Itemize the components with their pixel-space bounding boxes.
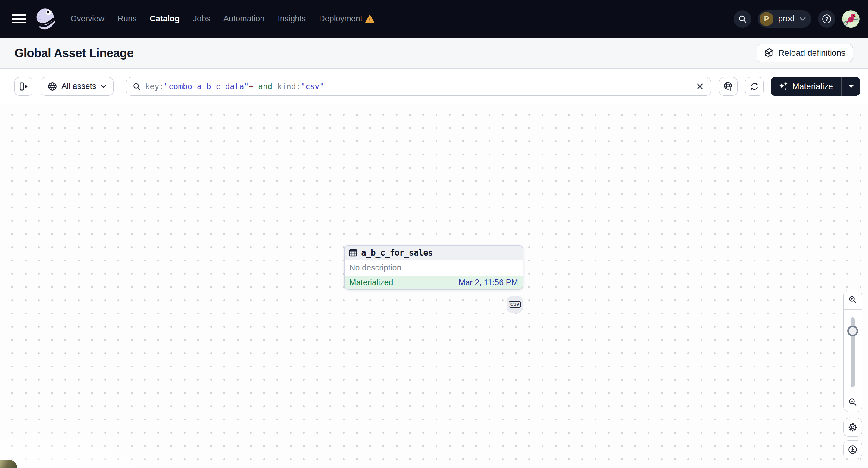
- status-badge: Materialized: [349, 278, 393, 287]
- download-icon: [847, 444, 858, 455]
- global-search-button[interactable]: [734, 10, 751, 28]
- graph-settings-button[interactable]: [843, 418, 862, 437]
- deployment-avatar: P: [760, 12, 773, 26]
- table-icon: [349, 249, 357, 257]
- chevron-down-icon: [799, 17, 806, 21]
- open-sidebar-button[interactable]: [14, 77, 33, 96]
- asset-node-header: a_b_c_for_sales: [345, 246, 523, 260]
- globe-icon: [48, 82, 57, 91]
- refresh-button[interactable]: [745, 77, 764, 96]
- asset-scope-filter-button[interactable]: All assets: [41, 77, 114, 96]
- lineage-toolbar: All assets key:"combo_a_b_c_data"+ and k…: [0, 69, 868, 104]
- globe-add-icon: [723, 81, 733, 92]
- nav-item-jobs[interactable]: Jobs: [193, 14, 210, 24]
- close-icon: [696, 83, 704, 90]
- asset-description: No description: [345, 260, 523, 276]
- top-navigation-bar: Overview Runs Catalog Jobs Automation In…: [0, 0, 868, 38]
- help-icon: ?: [821, 13, 832, 24]
- magnifier-icon: [132, 82, 141, 91]
- csv-kind-icon: CSV: [509, 301, 521, 308]
- primary-nav-links: Overview Runs Catalog Jobs Automation In…: [70, 14, 374, 24]
- zoom-in-icon: [848, 295, 857, 304]
- reload-definitions-button[interactable]: Reload definitions: [756, 44, 853, 62]
- zoom-in-button[interactable]: [844, 290, 862, 309]
- gear-icon: [847, 422, 858, 433]
- materialize-label: Materialize: [793, 82, 833, 91]
- nav-item-runs[interactable]: Runs: [118, 14, 137, 24]
- materialization-timestamp[interactable]: Mar 2, 11:56 PM: [458, 278, 518, 287]
- reload-definitions-icon: [764, 48, 774, 58]
- svg-text:?: ?: [825, 15, 829, 22]
- zoom-control-group: [843, 290, 862, 412]
- new-scope-button[interactable]: [719, 77, 738, 96]
- download-image-button[interactable]: [843, 440, 862, 459]
- clear-search-button[interactable]: [693, 80, 707, 93]
- help-button[interactable]: ?: [818, 10, 835, 28]
- asset-kind-chip[interactable]: CSV: [506, 297, 523, 313]
- nav-item-overview[interactable]: Overview: [70, 14, 104, 24]
- nav-item-automation[interactable]: Automation: [223, 14, 265, 24]
- nav-item-insights[interactable]: Insights: [278, 14, 306, 24]
- materialize-options-button[interactable]: [841, 77, 860, 96]
- lineage-canvas[interactable]: a_b_c_for_sales No description Materiali…: [0, 104, 868, 468]
- deployment-switcher[interactable]: P prod: [758, 10, 811, 28]
- reload-definitions-label: Reload definitions: [778, 48, 845, 58]
- dagster-logo[interactable]: [34, 7, 57, 31]
- materialize-split-button: Materialize: [771, 77, 860, 96]
- search-icon: [738, 14, 747, 24]
- zoom-out-icon: [848, 398, 857, 407]
- hamburger-menu-icon[interactable]: [12, 14, 26, 24]
- zoom-out-button[interactable]: [844, 393, 862, 412]
- caret-down-icon: [848, 85, 854, 88]
- search-query-text: key:"combo_a_b_c_data"+ and kind:"csv": [145, 82, 693, 91]
- asset-node-a-b-c-for-sales[interactable]: a_b_c_for_sales No description Materiali…: [344, 245, 523, 290]
- chevron-down-icon: [101, 84, 106, 88]
- panel-toggle-icon: [19, 82, 29, 91]
- nav-item-deployment[interactable]: Deployment: [319, 14, 374, 24]
- asset-status-row: Materialized Mar 2, 11:56 PM: [345, 276, 523, 289]
- minimap-corner: [0, 460, 17, 468]
- refresh-icon: [750, 82, 759, 91]
- page-title: Global Asset Lineage: [14, 46, 133, 60]
- user-avatar[interactable]: [842, 10, 860, 28]
- materialize-button[interactable]: Materialize: [771, 77, 841, 96]
- warning-icon: [365, 15, 374, 23]
- nav-right-actions: P prod ?: [734, 10, 860, 28]
- cardinal-bird-avatar: [842, 10, 860, 28]
- zoom-slider-thumb[interactable]: [847, 325, 858, 336]
- asset-name: a_b_c_for_sales: [361, 248, 433, 258]
- sparkles-icon: [778, 81, 788, 92]
- asset-scope-label: All assets: [61, 82, 96, 91]
- nav-item-catalog[interactable]: Catalog: [150, 14, 180, 24]
- deployment-name: prod: [778, 14, 795, 24]
- zoom-slider[interactable]: [844, 309, 862, 393]
- asset-search-input[interactable]: key:"combo_a_b_c_data"+ and kind:"csv": [126, 77, 711, 96]
- page-header: Global Asset Lineage Reload definitions: [0, 38, 868, 69]
